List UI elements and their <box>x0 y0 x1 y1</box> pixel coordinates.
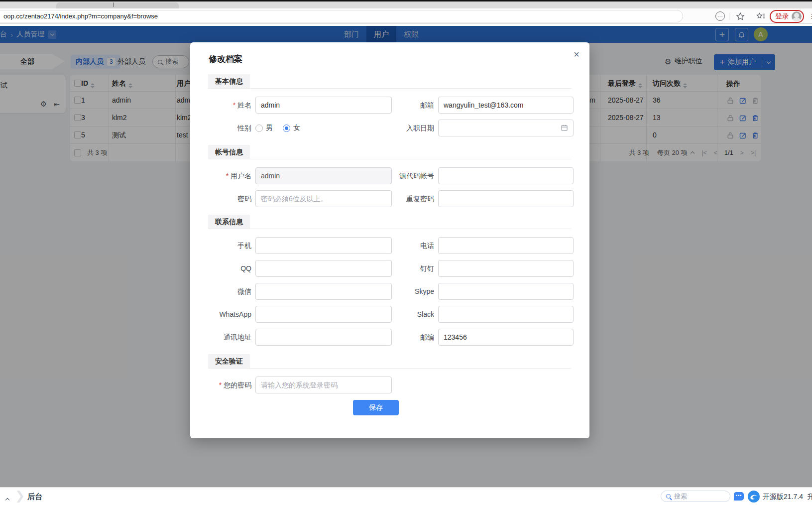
section-basic-info: 基本信息 <box>208 74 250 88</box>
version-tail: 升 <box>807 493 812 502</box>
page-actions-icon[interactable]: ⋯ <box>715 11 725 21</box>
radio-selected-icon <box>283 125 290 132</box>
taskbar-separator: ❯ <box>15 489 25 503</box>
taskbar-search-label: 搜索 <box>674 492 687 501</box>
browser-login-button[interactable]: 登录 <box>770 10 804 23</box>
repeat-password-label: 重复密码 <box>340 190 434 207</box>
gender-male-radio[interactable]: 男 <box>255 124 273 132</box>
source-account-input[interactable] <box>438 167 574 184</box>
taskbar-backend[interactable]: 后台 <box>27 492 42 502</box>
gender-male-label: 男 <box>266 124 273 132</box>
browser-tabstrip <box>0 1 812 8</box>
bookmark-star-icon[interactable] <box>735 11 745 21</box>
section-security: 安全验证 <box>208 354 250 368</box>
section-account-info: 帐号信息 <box>208 145 250 159</box>
email-label: 邮箱 <box>340 97 434 114</box>
close-icon[interactable]: × <box>574 49 580 59</box>
tab-cursor <box>113 2 114 7</box>
gender-label: 性别 <box>190 120 251 136</box>
repeat-password-input[interactable] <box>438 190 574 207</box>
app-taskbar: ❯ 后台 搜索 ••• 开源版21.7.4 升 <box>0 487 812 505</box>
whatsapp-label: WhatsApp <box>190 306 251 323</box>
browser-toolbar: oop.cc/zentao2174/index.php?m=company&f=… <box>0 8 812 24</box>
calendar-icon[interactable] <box>561 124 568 131</box>
name-label: 姓名 <box>190 97 251 114</box>
browser-chrome: oop.cc/zentao2174/index.php?m=company&f=… <box>0 0 812 26</box>
section-contact-info: 联系信息 <box>208 215 250 229</box>
gender-female-label: 女 <box>293 124 300 132</box>
hire-date-label: 入职日期 <box>340 120 434 136</box>
taskbar-search[interactable]: 搜索 <box>661 491 730 502</box>
profile-avatar-icon <box>792 11 802 21</box>
toolbar-divider <box>729 12 729 20</box>
slack-label: Slack <box>340 306 434 323</box>
slack-input[interactable] <box>438 306 574 323</box>
version-label: 开源版21.7.4 <box>763 493 803 502</box>
url-text: oop.cc/zentao2174/index.php?m=company&f=… <box>3 12 158 20</box>
qq-label: QQ <box>190 260 251 277</box>
skype-label: Skype <box>340 283 434 300</box>
zentao-logo[interactable] <box>748 491 760 503</box>
gender-female-radio[interactable]: 女 <box>283 124 300 132</box>
your-password-label: 您的密码 <box>190 377 251 393</box>
source-account-label: 源代码帐号 <box>340 167 434 184</box>
radio-icon <box>255 125 263 132</box>
modal-title: 修改档案 <box>209 53 242 65</box>
dingtalk-label: 钉钉 <box>340 260 434 277</box>
zipcode-input[interactable] <box>438 329 574 346</box>
phone-label: 电话 <box>340 237 434 254</box>
browser-tab[interactable] <box>56 2 179 8</box>
username-label: 用户名 <box>190 167 251 184</box>
chevron-up-icon[interactable] <box>6 495 9 503</box>
skype-input[interactable] <box>438 283 574 300</box>
email-input[interactable] <box>438 97 574 114</box>
edit-profile-modal: 修改档案 × 基本信息 姓名 邮箱 性别 男 女 入职日期 帐号信息 用户名 源… <box>190 42 589 438</box>
wechat-label: 微信 <box>190 283 251 300</box>
search-icon <box>666 494 671 499</box>
chat-icon[interactable]: ••• <box>734 492 744 501</box>
address-label: 通讯地址 <box>190 329 251 346</box>
mobile-label: 手机 <box>190 237 251 254</box>
zipcode-label: 邮编 <box>340 329 434 346</box>
your-password-input[interactable] <box>255 377 392 393</box>
collections-icon[interactable] <box>756 11 766 21</box>
hire-date-input[interactable] <box>438 120 574 136</box>
save-button[interactable]: 保存 <box>353 400 399 415</box>
address-bar[interactable]: oop.cc/zentao2174/index.php?m=company&f=… <box>0 10 683 22</box>
login-label: 登录 <box>775 12 789 21</box>
dingtalk-input[interactable] <box>438 260 574 277</box>
password-label: 密码 <box>190 190 251 207</box>
browser-menu-icon[interactable]: ⋮ <box>809 12 812 20</box>
phone-input[interactable] <box>438 237 574 254</box>
